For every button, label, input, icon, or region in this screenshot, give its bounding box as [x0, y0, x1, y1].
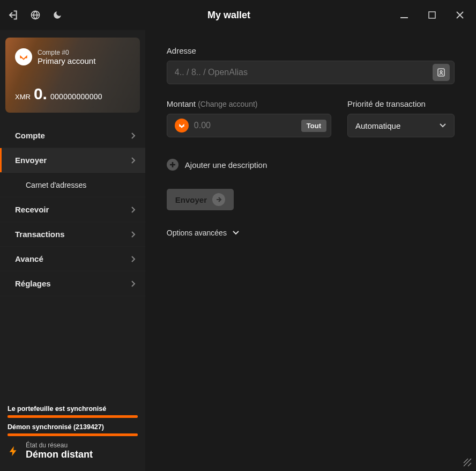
- address-book-button[interactable]: [433, 64, 450, 81]
- sidebar: Compte #0 Primary account XMR 0. 0000000…: [0, 30, 145, 471]
- account-number: Compte #0: [38, 49, 95, 56]
- nav-compte[interactable]: Compte: [0, 123, 145, 148]
- resize-handle-icon[interactable]: [463, 458, 472, 467]
- network-state-value: Démon distant: [26, 449, 93, 460]
- svg-rect-2: [429, 12, 435, 18]
- send-button-label: Envoyer: [175, 195, 207, 204]
- nav-label: Avancé: [15, 254, 43, 263]
- chevron-right-icon: [130, 132, 136, 139]
- chevron-right-icon: [130, 206, 136, 214]
- lightning-icon: [8, 444, 19, 459]
- nav-label: Compte: [15, 131, 45, 140]
- balance-dec: 000000000000: [50, 92, 102, 101]
- nav-avance[interactable]: Avancé: [0, 247, 145, 271]
- monero-badge-icon: [175, 119, 189, 133]
- nav-label: Transactions: [15, 230, 65, 239]
- network-state-label: État du réseau: [26, 441, 93, 449]
- chevron-right-icon: [130, 255, 136, 263]
- address-field-wrap: [167, 61, 455, 84]
- chevron-down-icon: [232, 230, 240, 235]
- priority-select[interactable]: Automatique: [347, 114, 455, 137]
- titlebar: My wallet: [0, 0, 476, 30]
- nav-reglages[interactable]: Réglages: [0, 271, 145, 296]
- priority-label: Priorité de transaction: [347, 99, 455, 108]
- amount-label: Montant (Change account): [167, 99, 331, 108]
- maximize-button[interactable]: [423, 6, 441, 24]
- nav-transactions[interactable]: Transactions: [0, 222, 145, 247]
- nav-label: Réglages: [15, 279, 51, 288]
- chevron-right-icon: [130, 157, 136, 164]
- globe-icon[interactable]: [30, 10, 41, 20]
- priority-value: Automatique: [355, 121, 400, 130]
- wallet-sync-label: Le portefeuille est synchronisé: [8, 405, 138, 413]
- minimize-button[interactable]: [396, 6, 413, 24]
- monero-logo-icon: [15, 48, 32, 65]
- daemon-sync-label: Démon synchronisé (2139427): [8, 423, 138, 431]
- network-status[interactable]: État du réseau Démon distant: [8, 441, 138, 460]
- add-description-label: Ajouter une description: [185, 160, 267, 170]
- window-title: My wallet: [62, 10, 396, 21]
- chevron-down-icon: [439, 123, 447, 128]
- balance: XMR 0. 000000000000: [15, 85, 102, 103]
- send-panel: Adresse Montant (Change account) Tout: [145, 30, 476, 471]
- add-description-button[interactable]: Ajouter une description: [167, 159, 455, 171]
- amount-field-wrap: Tout: [167, 114, 331, 137]
- send-button[interactable]: Envoyer: [167, 189, 234, 210]
- amount-input[interactable]: [194, 121, 301, 130]
- nav-carnet-adresses[interactable]: Carnet d'adresses: [0, 173, 145, 197]
- moon-icon[interactable]: [53, 10, 62, 20]
- change-account-link[interactable]: (Change account): [198, 100, 257, 108]
- nav-label: Recevoir: [15, 205, 49, 214]
- nav-label: Carnet d'adresses: [26, 181, 86, 189]
- plus-icon: [167, 159, 178, 171]
- balance-int: 0.: [34, 85, 47, 103]
- address-input[interactable]: [175, 68, 433, 77]
- account-name: Primary account: [38, 56, 95, 65]
- nav-recevoir[interactable]: Recevoir: [0, 197, 145, 222]
- nav-label: Envoyer: [15, 156, 47, 165]
- advanced-options-label: Options avancées: [167, 229, 227, 237]
- currency-label: XMR: [15, 93, 31, 101]
- nav-envoyer[interactable]: Envoyer: [0, 148, 145, 173]
- daemon-sync-progress: [8, 433, 138, 436]
- advanced-options-toggle[interactable]: Options avancées: [167, 229, 455, 237]
- svg-point-6: [177, 122, 185, 130]
- chevron-right-icon: [130, 231, 136, 238]
- account-card[interactable]: Compte #0 Primary account XMR 0. 0000000…: [5, 38, 140, 113]
- chevron-right-icon: [130, 280, 136, 288]
- status-block: Le portefeuille est synchronisé Démon sy…: [0, 399, 145, 471]
- address-label: Adresse: [167, 46, 455, 55]
- amount-all-button[interactable]: Tout: [301, 120, 326, 132]
- svg-rect-1: [400, 17, 408, 18]
- arrow-right-icon: [212, 193, 225, 206]
- close-button[interactable]: [451, 6, 468, 24]
- wallet-sync-progress: [8, 415, 138, 418]
- nav: Compte Envoyer Carnet d'adresses Recevoi…: [0, 123, 145, 296]
- svg-point-5: [440, 71, 442, 73]
- logout-icon[interactable]: [8, 10, 18, 20]
